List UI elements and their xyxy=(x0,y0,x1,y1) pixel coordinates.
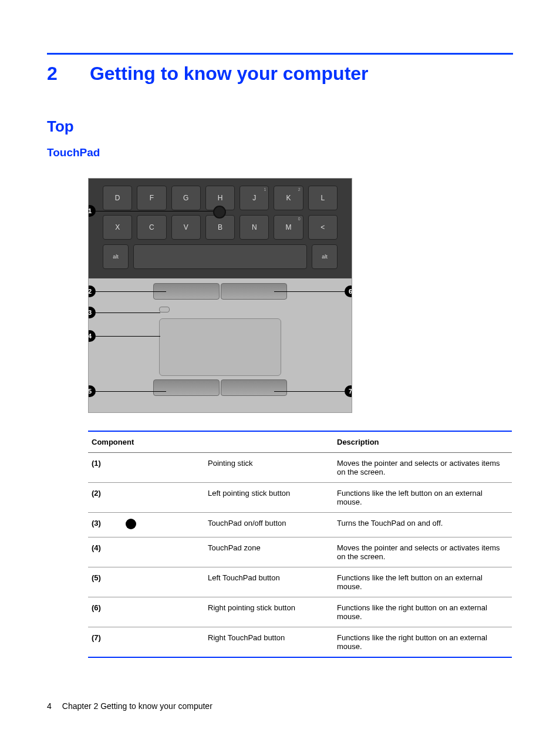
table-row: (2)Left pointing stick buttonFunctions l… xyxy=(88,483,512,513)
touchpad-zone xyxy=(159,318,281,376)
row-icon-cell xyxy=(122,483,204,513)
key-label: < xyxy=(321,223,325,231)
key-alt-left: alt xyxy=(103,244,129,269)
component-name: Pointing stick xyxy=(204,453,333,483)
component-description: Functions like the left button on an ext… xyxy=(333,483,512,513)
row-index: (2) xyxy=(88,483,122,513)
row-icon-cell xyxy=(122,597,204,627)
key-label: K xyxy=(286,194,291,202)
key-n: N xyxy=(239,215,269,240)
table-row: (1)Pointing stickMoves the pointer and s… xyxy=(88,453,512,483)
keyboard-row-3: alt alt xyxy=(103,244,338,270)
keyboard-row-2: X C V B N M0 < xyxy=(103,215,338,240)
pointing-stick-buttons xyxy=(153,283,287,300)
top-rule xyxy=(47,53,513,55)
key-label: D xyxy=(115,194,120,202)
key-label: X xyxy=(115,223,120,231)
key-l: L xyxy=(308,186,338,210)
table-row: (7)Right TouchPad buttonFunctions like t… xyxy=(88,627,512,658)
component-description: Functions like the right button on an ex… xyxy=(333,627,512,658)
key-label: alt xyxy=(322,254,328,260)
left-touchpad-button xyxy=(153,379,220,396)
component-name: Left pointing stick button xyxy=(204,483,333,513)
footer-chapter-label: Chapter 2 Getting to know your computer xyxy=(62,701,212,711)
row-index: (1) xyxy=(88,453,122,483)
chapter-title: 2 Getting to know your computer xyxy=(47,63,513,85)
key-label: J xyxy=(252,194,256,202)
key-spacebar xyxy=(133,244,307,269)
key-d: D xyxy=(103,186,132,210)
key-label: V xyxy=(184,223,188,231)
key-label: F xyxy=(150,194,154,202)
component-description: Functions like the left button on an ext… xyxy=(333,567,512,597)
page-number: 4 xyxy=(47,701,52,711)
leader-line xyxy=(274,391,345,392)
key-g: G xyxy=(171,186,201,210)
component-description: Moves the pointer and selects or activat… xyxy=(333,453,512,483)
key-label: L xyxy=(321,194,325,202)
leader-line xyxy=(274,291,345,292)
key-lt: < xyxy=(308,215,338,240)
leader-line xyxy=(96,336,160,337)
component-name: TouchPad zone xyxy=(204,537,333,567)
component-description: Functions like the right button on an ex… xyxy=(333,597,512,627)
touchpad-buttons xyxy=(153,379,287,396)
row-index: (6) xyxy=(88,597,122,627)
row-index: (3) xyxy=(88,513,122,537)
component-description: Turns the TouchPad on and off. xyxy=(333,513,512,537)
leader-line xyxy=(96,291,166,292)
table-row: (4)TouchPad zoneMoves the pointer and se… xyxy=(88,537,512,567)
figure-wrap: D F G H J1 K2 L X C V B N M0 < alt alt xyxy=(88,178,513,413)
key-label: M xyxy=(286,223,292,231)
header-component: Component xyxy=(88,431,333,453)
component-table: Component Description (1)Pointing stickM… xyxy=(88,431,512,658)
row-icon-cell xyxy=(122,567,204,597)
row-index: (7) xyxy=(88,627,122,658)
callout-2: 2 xyxy=(88,285,96,297)
key-label: G xyxy=(183,194,188,202)
key-alt-right: alt xyxy=(312,244,338,269)
leader-line xyxy=(96,312,160,313)
key-label: N xyxy=(252,223,257,231)
callout-3: 3 xyxy=(88,307,96,318)
component-name: Right pointing stick button xyxy=(204,597,333,627)
callout-6: 6 xyxy=(345,285,352,297)
table-row: (6)Right pointing stick buttonFunctions … xyxy=(88,597,512,627)
key-b: B xyxy=(205,215,235,240)
key-c: C xyxy=(137,215,166,240)
row-icon-cell xyxy=(122,627,204,658)
key-f: F xyxy=(137,186,166,210)
row-icon-cell xyxy=(122,513,204,537)
table-row: (3)TouchPad on/off buttonTurns the Touch… xyxy=(88,513,512,537)
component-name: Left TouchPad button xyxy=(204,567,333,597)
chapter-title-text: Getting to know your computer xyxy=(90,63,369,84)
component-description: Moves the pointer and selects or activat… xyxy=(333,537,512,567)
row-icon-cell xyxy=(122,453,204,483)
row-index: (5) xyxy=(88,567,122,597)
callout-1: 1 xyxy=(88,205,96,217)
section-top: Top xyxy=(47,117,513,136)
key-label: B xyxy=(218,223,222,231)
touchpad-figure: D F G H J1 K2 L X C V B N M0 < alt alt xyxy=(88,178,352,413)
chapter-number: 2 xyxy=(47,63,85,85)
key-v: V xyxy=(171,215,201,240)
component-name: TouchPad on/off button xyxy=(204,513,333,537)
key-m: M0 xyxy=(274,215,303,240)
callout-5: 5 xyxy=(88,385,96,397)
callout-4: 4 xyxy=(88,330,96,342)
key-j: J1 xyxy=(239,186,269,210)
page-footer: 4 Chapter 2 Getting to know your compute… xyxy=(47,701,513,711)
row-icon-cell xyxy=(122,537,204,567)
key-label: C xyxy=(149,223,154,231)
row-index: (4) xyxy=(88,537,122,567)
subsection-touchpad: TouchPad xyxy=(47,146,513,159)
touchpad-toggle-icon xyxy=(126,519,136,529)
table-header-row: Component Description xyxy=(88,431,512,453)
callout-7: 7 xyxy=(345,385,352,397)
pointing-stick-icon xyxy=(213,206,226,219)
leader-line xyxy=(96,391,166,392)
leader-line xyxy=(96,211,213,211)
key-label: H xyxy=(218,194,223,202)
key-label: alt xyxy=(113,254,119,260)
touchpad-onoff-icon xyxy=(159,307,170,312)
